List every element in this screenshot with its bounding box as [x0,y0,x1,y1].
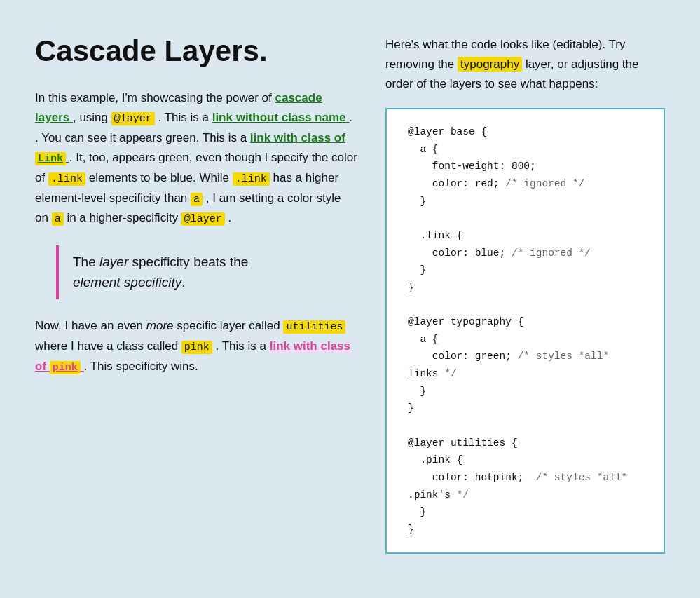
right-intro-text: Here's what the code looks like (editabl… [385,35,665,94]
using-text: using [79,111,111,124]
para2-more: more [146,319,177,332]
at-layer-code-2: @layer [181,212,225,226]
intro-text-1: In this example, I'm showcasing the powe… [35,91,272,104]
a-tag-code-1: a [191,193,203,206]
blockquote-text: The layer specificity beats the element … [73,252,357,292]
left-column: Cascade Layers. In this example, I'm sho… [35,35,357,376]
at-layer-code-1: @layer [111,112,155,125]
blockquote: The layer specificity beats the element … [56,245,357,299]
intro-text-9: in a higher-specificity [67,211,181,224]
code-editor[interactable]: @layer base { a { font-weight: 800; colo… [385,108,665,553]
a-tag-code-2: a [52,212,64,226]
blockquote-the: The [73,254,99,269]
dot-link-code-1: .link [48,172,85,186]
para2-text-4: . This is a [216,339,270,353]
utilities-code: utilities [283,320,345,334]
dot-link-code-2: .link [233,172,270,186]
intro-text-3: . This is a [158,111,209,124]
para2-text-1: Now, I have an even [35,319,143,332]
para-2: Now, I have an even more specific layer … [35,316,357,376]
blockquote-period: . [181,275,185,290]
intro-text-6: elements to be blue. While [89,171,233,184]
intro-paragraph-1: In this example, I'm showcasing the powe… [35,88,357,229]
right-column: Here's what the code looks like (editabl… [385,35,665,554]
pink-code: pink [181,341,212,354]
blockquote-spec: specificity beats the [132,254,249,269]
para2-text-2: specific layer called [177,319,280,332]
intro-text-4: . You can see it appears green. This is … [35,131,247,144]
link-without-class[interactable]: link without class name [212,111,350,124]
code-line-1: @layer base { [408,126,487,137]
para2-text-3: where I have a class called [35,339,181,353]
comma-text: , [73,111,76,124]
page-container: Cascade Layers. In this example, I'm sho… [0,0,700,589]
blockquote-layer: layer [99,254,128,269]
typography-highlight: typography [458,57,522,72]
period-text: . [349,111,352,124]
intro-period: . [228,211,232,224]
para2-text-5: . This specificity wins. [84,360,198,373]
blockquote-element-spec: element specificity [73,275,181,290]
page-title: Cascade Layers. [35,35,357,67]
